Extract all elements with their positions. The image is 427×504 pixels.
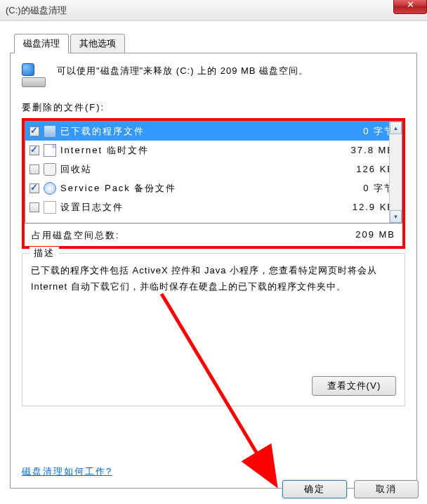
tab-container: 磁盘清理 其他选项 可以使用"磁盘清理"来释放 (C:) 上的 209 MB 磁… bbox=[10, 34, 417, 489]
file-name: Service Pack 备份文件 bbox=[60, 182, 339, 195]
file-icon bbox=[44, 144, 56, 157]
intro-text: 可以使用"磁盘清理"来释放 (C:) 上的 209 MB 磁盘空间。 bbox=[57, 63, 308, 79]
drive-icon bbox=[22, 63, 47, 89]
checkbox[interactable] bbox=[29, 202, 39, 212]
file-row[interactable]: 回收站126 KB bbox=[25, 160, 402, 179]
tab-panel: 可以使用"磁盘清理"来释放 (C:) 上的 209 MB 磁盘空间。 要删除的文… bbox=[10, 53, 417, 489]
scroll-down-icon[interactable]: ▼ bbox=[390, 210, 402, 223]
folder-icon bbox=[44, 125, 56, 138]
file-row[interactable]: Internet 临时文件37.8 MB bbox=[25, 141, 402, 160]
cancel-button[interactable]: 取消 bbox=[354, 480, 419, 498]
dialog-button-row: 确定 取消 bbox=[282, 480, 419, 498]
scroll-up-icon[interactable]: ▲ bbox=[390, 122, 402, 134]
file-name: 回收站 bbox=[60, 163, 339, 176]
checkbox[interactable] bbox=[29, 183, 39, 193]
file-row[interactable]: 已下载的程序文件0 字节 bbox=[25, 122, 402, 141]
checkbox[interactable] bbox=[29, 127, 39, 136]
description-groupbox: 描述 已下载的程序文件包括 ActiveX 控件和 Java 小程序，您查看特定… bbox=[22, 253, 405, 406]
total-label: 占用磁盘空间总数: bbox=[32, 229, 120, 242]
file-name: 已下载的程序文件 bbox=[60, 125, 339, 138]
intro-row: 可以使用"磁盘清理"来释放 (C:) 上的 209 MB 磁盘空间。 bbox=[22, 63, 405, 89]
description-title: 描述 bbox=[29, 247, 59, 259]
tab-other-options[interactable]: 其他选项 bbox=[70, 34, 125, 53]
titlebar: (C:)的磁盘清理 ✕ bbox=[0, 0, 427, 21]
file-name: Internet 临时文件 bbox=[60, 144, 339, 157]
scrollbar[interactable]: ▲ ▼ bbox=[389, 122, 402, 223]
pack-icon bbox=[44, 182, 56, 195]
checkbox[interactable] bbox=[29, 146, 39, 155]
checkbox[interactable] bbox=[29, 164, 39, 174]
view-files-button[interactable]: 查看文件(V) bbox=[312, 376, 396, 396]
window-title: (C:)的磁盘清理 bbox=[6, 4, 67, 17]
annotation-red-box: 已下载的程序文件0 字节Internet 临时文件37.8 MB回收站126 K… bbox=[22, 118, 405, 249]
close-button[interactable]: ✕ bbox=[393, 0, 427, 14]
files-to-delete-label: 要删除的文件(F): bbox=[22, 101, 405, 114]
file-name: 设置日志文件 bbox=[60, 201, 339, 214]
file-row[interactable]: 设置日志文件12.9 KB bbox=[25, 198, 402, 217]
file-list[interactable]: 已下载的程序文件0 字节Internet 临时文件37.8 MB回收站126 K… bbox=[25, 121, 402, 224]
ok-button[interactable]: 确定 bbox=[282, 480, 347, 498]
help-link[interactable]: 磁盘清理如何工作? bbox=[22, 465, 112, 478]
description-text: 已下载的程序文件包括 ActiveX 控件和 Java 小程序，您查看特定网页时… bbox=[31, 262, 396, 295]
total-row: 占用磁盘空间总数: 209 MB bbox=[25, 224, 402, 246]
file-row[interactable]: Service Pack 备份文件0 字节 bbox=[25, 179, 402, 198]
bin-icon bbox=[44, 163, 56, 176]
tab-disk-cleanup[interactable]: 磁盘清理 bbox=[14, 34, 69, 53]
log-icon bbox=[44, 201, 56, 214]
total-value: 209 MB bbox=[355, 229, 395, 242]
